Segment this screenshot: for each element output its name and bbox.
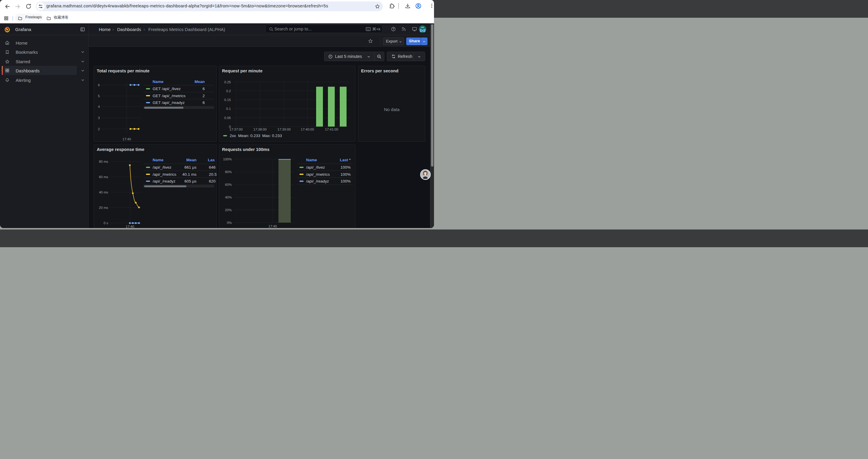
svg-text:17:37:00: 17:37:00 [229, 128, 243, 131]
svg-text:GET /api/_/livez: GET /api/_/livez [152, 87, 181, 91]
svg-text:40.1 ms: 40.1 ms [182, 172, 196, 177]
svg-text:/api/_/readyz: /api/_/readyz [152, 179, 176, 184]
svg-text:Max: 0.233: Max: 0.233 [262, 133, 282, 138]
svg-text:17:39:00: 17:39:00 [277, 128, 291, 131]
svg-text:40 ms: 40 ms [99, 191, 108, 194]
svg-text:80%: 80% [225, 170, 231, 174]
svg-text:0.15: 0.15 [224, 98, 231, 102]
svg-text:17:40: 17:40 [126, 225, 134, 228]
svg-text:100%: 100% [223, 157, 231, 161]
svg-text:/api/_/readyz: /api/_/readyz [306, 179, 329, 184]
svg-text:17:40: 17:40 [268, 225, 277, 228]
svg-text:0 s: 0 s [103, 221, 108, 225]
svg-text:Mean: Mean [194, 79, 205, 84]
svg-text:100%: 100% [340, 165, 351, 169]
svg-text:0.25: 0.25 [224, 80, 231, 84]
svg-text:20.5 r: 20.5 r [209, 172, 217, 177]
svg-text:5: 5 [98, 94, 99, 98]
svg-text:Name: Name [152, 79, 163, 84]
svg-text:6: 6 [98, 83, 99, 87]
svg-text:17:40:00: 17:40:00 [301, 128, 314, 131]
svg-text:Mean: 0.233: Mean: 0.233 [238, 133, 260, 138]
svg-text:20%: 20% [225, 208, 231, 212]
svg-text:646: 646 [209, 165, 216, 169]
svg-text:6: 6 [203, 100, 205, 105]
svg-text:80 ms: 80 ms [99, 160, 108, 163]
svg-text:100%: 100% [340, 179, 351, 184]
svg-text:2: 2 [98, 127, 99, 131]
svg-text:/api/_/livez: /api/_/livez [152, 165, 172, 169]
svg-text:3: 3 [98, 116, 99, 120]
svg-text:605 µs: 605 µs [184, 179, 196, 184]
svg-text:4: 4 [98, 105, 100, 108]
svg-text:Name: Name [152, 158, 163, 162]
svg-text:Last *: Last * [340, 158, 351, 162]
svg-text:60 ms: 60 ms [99, 175, 108, 179]
svg-text:Name: Name [306, 158, 317, 162]
svg-text:17:38:00: 17:38:00 [253, 128, 267, 131]
svg-text:/api/_/metrics: /api/_/metrics [152, 172, 176, 177]
svg-text:17:40: 17:40 [122, 137, 131, 141]
svg-text:100%: 100% [340, 172, 351, 177]
svg-text:2: 2 [203, 94, 205, 98]
svg-text:GET /api/_/metrics: GET /api/_/metrics [152, 94, 186, 98]
svg-text:661 µs: 661 µs [184, 165, 196, 169]
svg-text:/api/_/livez: /api/_/livez [306, 165, 325, 169]
svg-text:20 ms: 20 ms [99, 206, 108, 209]
svg-text:Las: Las [208, 158, 215, 162]
svg-text:60%: 60% [225, 183, 231, 187]
svg-text:620: 620 [209, 179, 216, 184]
svg-text:0.05: 0.05 [224, 116, 231, 120]
svg-text:0.2: 0.2 [226, 89, 231, 93]
svg-text:0%: 0% [226, 221, 231, 225]
svg-text:40%: 40% [225, 196, 231, 199]
svg-text:6: 6 [203, 87, 205, 91]
svg-text:2xx: 2xx [229, 133, 236, 138]
svg-text:GET /api/_/readyz: GET /api/_/readyz [152, 100, 185, 105]
svg-text:0.1: 0.1 [226, 107, 231, 110]
svg-text:17:41:00: 17:41:00 [325, 128, 338, 131]
svg-text:/api/_/metrics: /api/_/metrics [306, 172, 330, 177]
svg-text:Mean: Mean [186, 158, 196, 162]
